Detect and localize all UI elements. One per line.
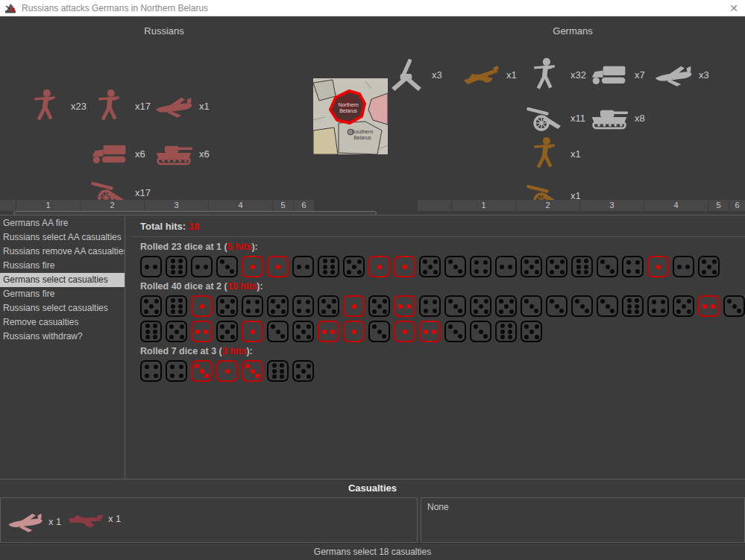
attacker-col-cell-2: 2 [81,200,144,211]
divider [131,236,745,237]
die-3 [597,295,618,317]
attacker-col-cell-5: 5 [273,200,293,211]
total-hits-label: Total hits: [140,221,186,232]
dice-section-label: Rolled 23 dice at 1 (5 hits): [140,242,745,252]
unit-count-label: x8 [635,113,645,124]
die-4 [419,295,441,317]
russian-bomber-casualty: x 1 [66,503,121,534]
unit-count-label: x 1 [108,513,121,524]
map-territory-label-line1: Northern [338,102,358,107]
die-4 [622,256,644,277]
attacker-col-cell-3: 3 [145,200,208,211]
die-1-hit [242,256,263,277]
dice-section-label: Rolled 7 dice at 3 (3 hits): [140,346,745,356]
die-5 [495,295,517,317]
dice-row [140,360,314,382]
casualties-header: Casualties [0,479,745,497]
die-5 [343,256,365,277]
die-2-hit [394,295,415,317]
battle-step: Russians remove AA casualties [0,245,125,259]
die-6 [318,256,339,277]
dice-row [140,321,542,342]
die-1-hit [216,360,238,382]
die-6 [166,256,187,277]
artillery-icon [525,100,565,136]
die-4 [166,360,187,382]
die-6 [622,295,644,317]
fighter-icon [7,506,44,537]
die-3 [723,295,745,317]
die-3 [470,321,491,342]
die-4 [470,256,491,277]
die-6 [140,321,162,342]
die-5 [216,321,238,342]
die-3 [444,295,466,317]
battle-step: Germans select casualties [0,273,125,287]
die-5 [546,256,568,277]
defender-col-cell-4: 4 [644,200,708,211]
die-1-hit [343,295,365,317]
window-titlebar[interactable]: Russians attacks Germans in Northern Bel… [0,0,745,16]
dice-section-label: Rolled 40 dice at 2 (10 hits): [140,281,745,292]
die-1-hit [242,321,263,342]
close-button[interactable]: ✕ [729,0,738,16]
battle-step: Remove casualties [0,315,125,330]
total-hits-value: 18 [189,221,199,232]
die-1-hit [343,321,365,342]
window-icon [4,2,16,14]
die-1-hit [394,321,415,342]
die-5 [470,295,491,317]
die-5 [216,295,238,317]
unit-count-label: x1 [570,148,581,160]
fighter-icon [653,57,694,92]
aagun-icon [386,57,427,92]
dice-panel: Total hits: 18 Rolled 23 dice at 1 (5 hi… [126,215,745,479]
battle-step: Russians select AA casualties [0,230,125,245]
battle-steps-list: Germans AA fireRussians select AA casual… [0,215,125,479]
die-5 [318,295,339,317]
unit-count-label: x7 [635,69,645,81]
die-4 [647,295,669,317]
attacker-col-cell-0 [0,200,16,211]
die-2-hit [191,321,213,342]
die-5 [521,321,542,342]
unit-count-label: x32 [570,69,586,81]
die-2-hit [318,321,339,342]
die-6 [267,360,289,382]
die-2 [140,256,162,277]
unit-count-label: x1 [506,69,517,81]
map-territory-label-line2: Belarus [339,108,357,113]
battle-step: Russians withdraw? [0,330,125,344]
die-6 [166,295,187,317]
die-4 [242,295,263,317]
die-3 [546,295,568,317]
status-text: Germans select 18 casualties [314,547,431,557]
battle-step: Germans fire [0,287,125,301]
tank-icon [589,100,629,136]
unit-count-label: x3 [699,69,709,81]
die-1-hit [394,256,415,277]
dice-sections: Rolled 23 dice at 1 (5 hits):Rolled 40 d… [140,239,745,386]
attacker-casualties-panel: x 1x 1 [0,497,418,543]
dice-row [140,256,720,277]
defender-col-cell-6: 6 [729,200,745,211]
status-bar: Germans select 18 casualties [0,543,745,560]
die-5 [673,295,694,317]
die-2-hit [419,321,441,342]
battle-step: Germans AA fire [0,216,125,230]
german-infantry-unit: x32 [525,57,586,92]
die-5 [698,256,720,277]
german-fighter-unit: x3 [653,57,709,92]
die-1-hit [191,295,213,317]
die-5 [140,295,162,317]
german-halftrack-unit: x7 [589,57,645,92]
battle-step: Russians select casualties [0,301,125,315]
german-ally-infantry-unit: x1 [525,136,581,172]
attacker-col-cell-4: 4 [209,200,272,211]
halftrack-icon [589,57,629,92]
die-4 [292,295,314,317]
unit-count-label: x11 [570,113,585,124]
die-6 [571,256,593,277]
unit-count-label: x 1 [48,516,61,527]
die-3 [267,321,289,342]
